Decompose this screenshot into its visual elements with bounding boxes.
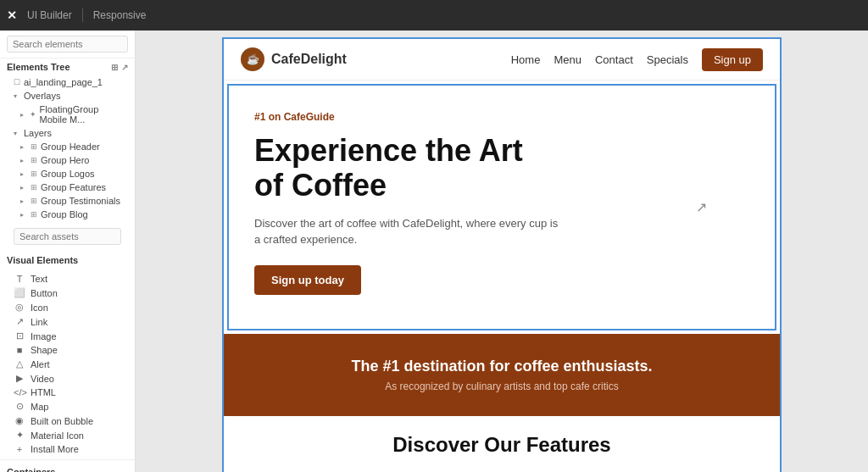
ve-alert-label: Alert	[31, 359, 50, 369]
top-bar: ✕ UI Builder Responsive	[0, 0, 868, 31]
divider	[82, 8, 83, 22]
group-logos-label: Group Logos	[41, 169, 95, 179]
tree-group-hero[interactable]: ▸ ⊞ Group Hero	[0, 153, 135, 167]
shape-icon: ■	[14, 345, 25, 355]
search-assets-input[interactable]	[14, 228, 121, 245]
group-icon-2: ⊞	[31, 156, 37, 164]
tree-overlays[interactable]: ▾ Overlays	[0, 89, 135, 103]
hero-title: Experience the Art of Coffee	[254, 133, 749, 203]
containers-label: Containers	[7, 467, 55, 472]
ve-video-label: Video	[31, 374, 54, 384]
nav-signup-button[interactable]: Sign up	[702, 48, 763, 71]
tree-group-features[interactable]: ▸ ⊞ Group Features	[0, 180, 135, 194]
tree-file[interactable]: ☐ ai_landing_page_1	[0, 75, 135, 89]
nav-menu[interactable]: Menu	[554, 53, 581, 66]
group-blog-label: Group Blog	[41, 209, 88, 219]
arrow-icon-feat: ▸	[20, 184, 27, 192]
ve-button[interactable]: ⬜ Button	[0, 286, 135, 300]
html-icon: </>	[14, 387, 25, 397]
hero-cta-button[interactable]: Sign up today	[254, 265, 361, 295]
cafe-logo: ☕ CafeDelight	[241, 47, 347, 71]
brown-banner: The #1 destination for coffee enthusiast…	[224, 334, 780, 416]
arrow-icon: ▾	[14, 92, 20, 100]
arrow-icon-layers: ▾	[14, 130, 20, 137]
nav-home[interactable]: Home	[511, 53, 541, 66]
search-assets-container[interactable]	[0, 221, 135, 252]
hero-description: Discover the art of coffee with CafeDeli…	[254, 215, 559, 248]
tree-layers[interactable]: ▾ Layers	[0, 126, 135, 140]
ve-icon-label: Icon	[31, 303, 48, 313]
file-name-label: ai_landing_page_1	[24, 77, 103, 87]
canvas-area[interactable]: ☕ CafeDelight Home Menu Contact Specials…	[136, 31, 868, 472]
group-icon-6: ⊞	[31, 210, 37, 219]
ve-material-icon[interactable]: ✦ Material Icon	[0, 428, 135, 442]
button-icon: ⬜	[14, 287, 25, 298]
ve-install-label: Install More	[31, 444, 79, 454]
group-icon-5: ⊞	[31, 197, 37, 205]
ve-link[interactable]: ↗ Link	[0, 314, 135, 329]
ve-html-label: HTML	[31, 387, 56, 397]
discover-title: Discover Our Features	[241, 433, 763, 457]
overlays-label: Overlays	[24, 91, 60, 101]
app-logo: ✕	[7, 8, 17, 22]
ve-video[interactable]: ▶ Video	[0, 371, 135, 386]
arrow-icon-hero: ▸	[20, 157, 27, 164]
search-elements-container[interactable]	[0, 31, 135, 58]
hero-section: #1 on CafeGuide Experience the Art of Co…	[227, 84, 776, 330]
containers-section: Containers ⊞ Group ⊟ Repeating Group ⬚ P…	[0, 459, 135, 472]
group-features-label: Group Features	[41, 182, 106, 192]
install-more-icon: +	[14, 444, 25, 454]
banner-subtitle: As recognized by culinary artists and to…	[241, 380, 763, 392]
file-icon: ☐	[14, 78, 20, 86]
tree-group-logos[interactable]: ▸ ⊞ Group Logos	[0, 167, 135, 180]
elements-tree-header: Elements Tree ⊞ ↗	[0, 58, 135, 75]
tree-floating-group[interactable]: ▸ ✦ FloatingGroup Mobile M...	[0, 103, 135, 126]
ve-icon[interactable]: ◎ Icon	[0, 300, 135, 314]
bubble-icon: ◉	[14, 415, 25, 426]
ve-install-more[interactable]: + Install More	[0, 442, 135, 456]
video-icon: ▶	[14, 373, 25, 384]
ve-image[interactable]: ⊡ Image	[0, 329, 135, 343]
preview-frame: ☕ CafeDelight Home Menu Contact Specials…	[222, 37, 782, 472]
ve-link-label: Link	[31, 317, 47, 327]
tree-group-blog[interactable]: ▸ ⊞ Group Blog	[0, 208, 135, 221]
ve-text[interactable]: T Text	[0, 272, 135, 286]
group-icon-4: ⊞	[31, 183, 37, 192]
tree-group-header[interactable]: ▸ ⊞ Group Header	[0, 140, 135, 153]
layers-label: Layers	[24, 128, 52, 138]
cafe-nav-links: Home Menu Contact Specials Sign up	[511, 48, 763, 71]
ve-shape-label: Shape	[31, 345, 58, 355]
nav-contact[interactable]: Contact	[595, 53, 633, 66]
ve-alert[interactable]: △ Alert	[0, 357, 135, 371]
material-icon-icon: ✦	[14, 430, 25, 441]
tree-group-testimonials[interactable]: ▸ ⊞ Group Testimonials	[0, 194, 135, 208]
search-elements-input[interactable]	[7, 36, 128, 53]
ve-html[interactable]: </> HTML	[0, 386, 135, 399]
hero-tag: #1 on CafeGuide	[254, 111, 749, 123]
ve-text-label: Text	[31, 274, 47, 284]
visual-elements-header: Visual Elements	[0, 252, 135, 269]
visual-elements-label: Visual Elements	[7, 255, 78, 265]
ve-button-label: Button	[31, 288, 58, 298]
tree-icon-2[interactable]: ↗	[121, 63, 128, 72]
image-icon: ⊡	[14, 330, 25, 342]
hero-title-line1: Experience the Art	[254, 133, 523, 168]
ve-bubble[interactable]: ◉ Built on Bubble	[0, 414, 135, 428]
cafe-logo-icon: ☕	[241, 47, 264, 71]
visual-elements-list: T Text ⬜ Button ◎ Icon ↗ Link ⊡ Image ■ …	[0, 269, 135, 459]
alert-icon: △	[14, 358, 25, 369]
banner-title: The #1 destination for coffee enthusiast…	[241, 358, 763, 375]
tree-icon-1[interactable]: ⊞	[111, 63, 118, 72]
icon-icon: ◎	[14, 302, 25, 313]
ve-map[interactable]: ⊙ Map	[0, 399, 135, 414]
containers-header: Containers	[0, 464, 135, 472]
group-icon: ⊞	[31, 142, 37, 151]
ve-shape[interactable]: ■ Shape	[0, 343, 135, 357]
group-header-label: Group Header	[41, 142, 100, 152]
discover-section: Discover Our Features	[224, 416, 780, 472]
banner-title-part1: The	[351, 358, 382, 375]
banner-title-highlight: #1	[382, 358, 399, 375]
cafe-navbar: ☕ CafeDelight Home Menu Contact Specials…	[224, 39, 780, 81]
ve-material-label: Material Icon	[31, 430, 84, 441]
nav-specials[interactable]: Specials	[647, 53, 688, 66]
